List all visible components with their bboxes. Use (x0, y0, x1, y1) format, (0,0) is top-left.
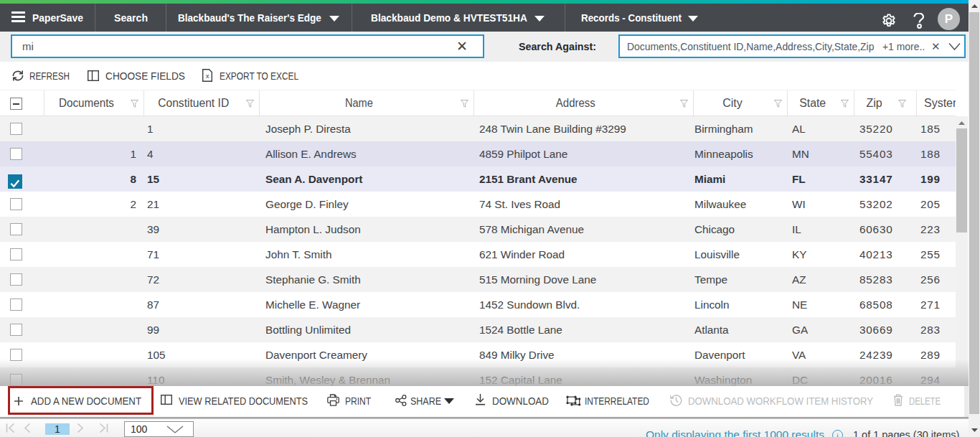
svg-text:x: x (206, 72, 209, 80)
